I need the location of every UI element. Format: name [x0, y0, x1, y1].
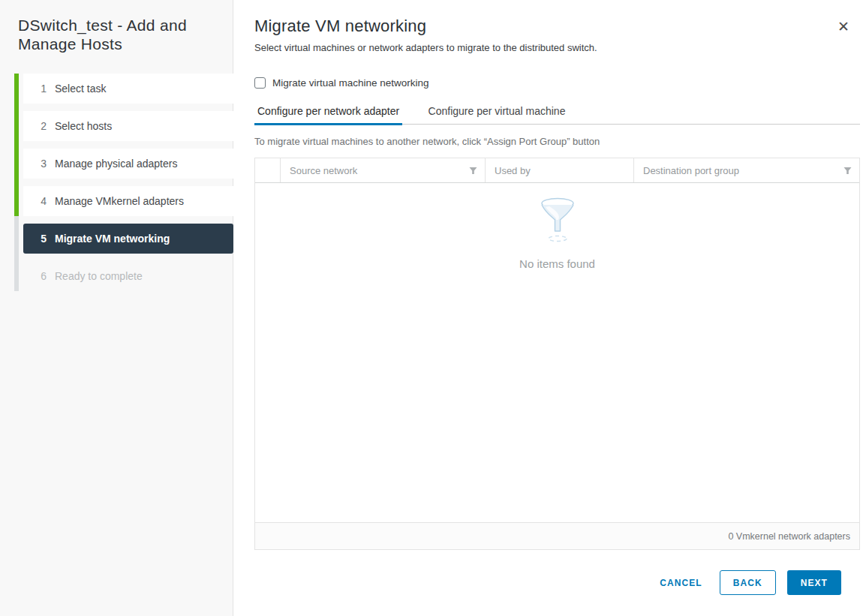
page-subtitle: Select virtual machines or network adapt… — [254, 42, 860, 53]
column-label: Source network — [290, 165, 357, 176]
wizard-action-bar: CANCEL BACK NEXT — [254, 570, 860, 595]
table-header-row: Source network Used by Destination port … — [255, 158, 859, 183]
add-and-manage-hosts-wizard: DSwitch_test - Add and Manage Hosts 1 Se… — [0, 0, 863, 616]
checkbox-label[interactable]: Migrate virtual machine networking — [272, 77, 429, 89]
step-number: 3 — [36, 158, 47, 170]
sidebar-item-manage-vmkernel-adapters[interactable]: 4 Manage VMkernel adapters — [23, 186, 233, 216]
column-label: Destination port group — [643, 165, 739, 176]
step-number: 1 — [36, 83, 47, 95]
sidebar-item-select-task[interactable]: 1 Select task — [23, 74, 233, 104]
filter-icon[interactable] — [843, 167, 852, 175]
wizard-main-panel: ✕ Migrate VM networking Select virtual m… — [233, 0, 863, 616]
step-label: Manage physical adapters — [55, 158, 177, 170]
filter-icon[interactable] — [469, 167, 477, 175]
empty-state-text: No items found — [519, 257, 595, 270]
step-label: Ready to complete — [55, 270, 143, 282]
close-icon[interactable]: ✕ — [837, 20, 849, 34]
next-button[interactable]: NEXT — [787, 570, 841, 595]
step-number: 2 — [36, 120, 47, 132]
migrate-vm-networking-checkbox-row: Migrate virtual machine networking — [254, 77, 860, 89]
step-label: Select task — [55, 83, 106, 95]
step-label: Select hosts — [55, 120, 112, 132]
table-header-empty — [255, 158, 280, 182]
table-footer-count: 0 Vmkernel network adapters — [728, 531, 850, 542]
migration-hint-text: To migrate virtual machines to another n… — [254, 136, 860, 147]
tab-configure-per-network-adapter[interactable]: Configure per network adapter — [254, 105, 402, 124]
sidebar-item-select-hosts[interactable]: 2 Select hosts — [23, 111, 233, 141]
wizard-sidebar: DSwitch_test - Add and Manage Hosts 1 Se… — [0, 0, 233, 616]
table-footer: 0 Vmkernel network adapters — [255, 522, 859, 549]
tab-configure-per-virtual-machine[interactable]: Configure per virtual machine — [425, 105, 569, 124]
steps-progress-bar-remaining — [14, 216, 19, 291]
step-number: 4 — [36, 195, 47, 207]
table-header-used-by: Used by — [485, 158, 633, 182]
sidebar-item-manage-physical-adapters[interactable]: 3 Manage physical adapters — [23, 149, 233, 179]
wizard-steps: 1 Select task 2 Select hosts 3 Manage ph… — [14, 74, 233, 299]
back-button[interactable]: BACK — [720, 570, 776, 595]
tab-bar: Configure per network adapter Configure … — [254, 104, 860, 125]
table-header-source-network: Source network — [280, 158, 485, 182]
empty-state-funnel-icon — [536, 197, 579, 243]
step-label: Manage VMkernel adapters — [55, 195, 184, 207]
sidebar-item-ready-to-complete: 6 Ready to complete — [23, 261, 233, 291]
page-title: Migrate VM networking — [254, 17, 860, 36]
step-label: Migrate VM networking — [55, 233, 170, 245]
network-adapters-table: Source network Used by Destination port … — [254, 158, 860, 550]
steps-progress-bar-done — [14, 74, 19, 216]
migrate-vm-networking-checkbox[interactable] — [254, 77, 266, 89]
column-label: Used by — [495, 165, 531, 176]
table-body: No items found — [255, 183, 859, 522]
table-header-destination-port-group: Destination port group — [633, 158, 859, 182]
step-number: 5 — [36, 233, 47, 245]
cancel-button[interactable]: CANCEL — [654, 570, 708, 595]
step-number: 6 — [36, 270, 47, 282]
wizard-title: DSwitch_test - Add and Manage Hosts — [18, 17, 222, 54]
sidebar-item-migrate-vm-networking[interactable]: 5 Migrate VM networking — [23, 224, 233, 254]
